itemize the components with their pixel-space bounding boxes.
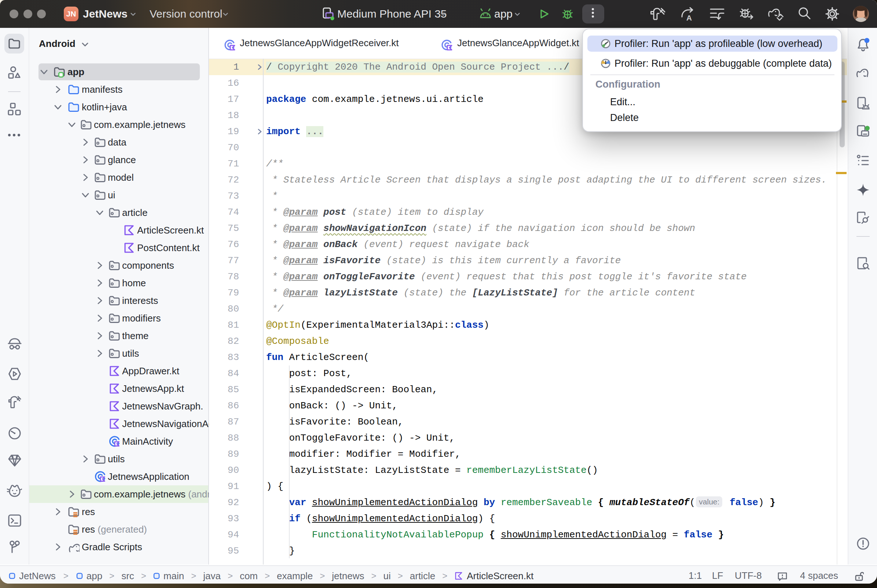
svg-text:A: A xyxy=(687,14,692,22)
